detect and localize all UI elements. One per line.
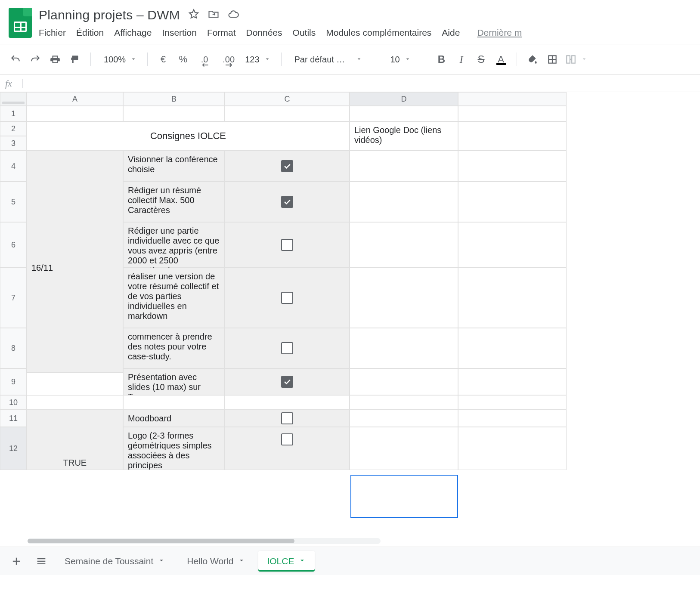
- menu-fichier[interactable]: Fichier: [39, 28, 66, 38]
- print-button[interactable]: [46, 51, 64, 68]
- currency-button[interactable]: €: [155, 51, 172, 68]
- cell-a10[interactable]: [27, 395, 123, 410]
- cell-consignes-title[interactable]: Consignes IOLCE: [27, 121, 350, 151]
- borders-button[interactable]: [544, 51, 561, 68]
- font-size-select[interactable]: 10: [380, 51, 419, 68]
- redo-button[interactable]: [27, 51, 44, 68]
- cell-d10[interactable]: [350, 395, 458, 410]
- cell-e5[interactable]: [458, 182, 567, 222]
- cell-d11[interactable]: [350, 410, 458, 427]
- cell-e9[interactable]: [458, 368, 567, 395]
- select-all-corner[interactable]: [0, 92, 27, 106]
- menu-modules[interactable]: Modules complémentaires: [326, 28, 431, 38]
- cell-c11[interactable]: [225, 410, 350, 427]
- add-sheet-button[interactable]: [6, 551, 27, 572]
- checkbox-row11[interactable]: [281, 412, 293, 424]
- cell-e2[interactable]: [458, 121, 567, 151]
- cell-a1[interactable]: [27, 106, 123, 121]
- row-head-12[interactable]: 12: [0, 427, 27, 470]
- cell-e4[interactable]: [458, 151, 567, 182]
- cell-d-header[interactable]: Lien Google Doc (liens vidéos): [350, 121, 458, 151]
- col-head-a[interactable]: A: [27, 92, 123, 106]
- row-head-10[interactable]: 10: [0, 395, 27, 410]
- cell-a-block2[interactable]: TRUE: [27, 410, 123, 470]
- undo-button[interactable]: [7, 51, 24, 68]
- cell-c6[interactable]: [225, 222, 350, 268]
- row-head-7[interactable]: 7: [0, 268, 27, 328]
- checkbox-row4[interactable]: [281, 160, 293, 172]
- cell-e8[interactable]: [458, 328, 567, 368]
- decrease-decimals-button[interactable]: .0: [194, 51, 215, 68]
- menu-affichage[interactable]: Affichage: [114, 28, 152, 38]
- cell-c5[interactable]: [225, 182, 350, 222]
- cell-d6[interactable]: [350, 222, 458, 268]
- star-icon[interactable]: [188, 8, 200, 22]
- cell-e12[interactable]: [458, 427, 567, 470]
- cell-d4[interactable]: [350, 151, 458, 182]
- cell-e7[interactable]: [458, 268, 567, 328]
- cloud-status-icon[interactable]: [227, 8, 239, 22]
- cell-d7[interactable]: [350, 268, 458, 328]
- cell-d9[interactable]: [350, 368, 458, 395]
- menu-outils[interactable]: Outils: [293, 28, 316, 38]
- checkbox-row7[interactable]: [281, 292, 293, 304]
- doc-title[interactable]: Planning projets – DWM: [39, 8, 180, 22]
- cell-b1[interactable]: [123, 106, 225, 121]
- row-head-8[interactable]: 8: [0, 328, 27, 368]
- menu-edition[interactable]: Édition: [76, 28, 104, 38]
- tab-iolce[interactable]: IOLCE: [258, 551, 315, 572]
- cell-d12[interactable]: [350, 427, 458, 470]
- cell-b9[interactable]: Présentation avec slides (10 max) sur Te…: [123, 368, 225, 395]
- cell-c1[interactable]: [225, 106, 350, 121]
- menu-aide[interactable]: Aide: [442, 28, 460, 38]
- grid-area[interactable]: A B C D 1 2 Consignes IOLCE Lien Google …: [0, 92, 700, 547]
- italic-button[interactable]: I: [453, 51, 470, 68]
- row-head-6[interactable]: 6: [0, 222, 27, 268]
- cell-b5[interactable]: Rédiger un résumé collectif Max. 500 Car…: [123, 182, 225, 222]
- percent-button[interactable]: %: [174, 51, 192, 68]
- cell-e10[interactable]: [458, 395, 567, 410]
- menu-insertion[interactable]: Insertion: [162, 28, 197, 38]
- checkbox-row6[interactable]: [281, 239, 293, 251]
- col-head-c[interactable]: C: [225, 92, 350, 106]
- row-head-1[interactable]: 1: [0, 106, 27, 121]
- text-color-button[interactable]: A: [492, 51, 510, 68]
- cell-a-date-block[interactable]: 16/11: [27, 151, 123, 373]
- merge-cells-button[interactable]: [564, 51, 589, 68]
- cell-b12[interactable]: Logo (2-3 formes géométriques simples as…: [123, 427, 225, 470]
- checkbox-row9[interactable]: [281, 376, 293, 388]
- cell-c7[interactable]: [225, 268, 350, 328]
- scrollbar-thumb[interactable]: [28, 539, 294, 543]
- tab-hello-world[interactable]: Hello World: [178, 551, 254, 572]
- cell-e6[interactable]: [458, 222, 567, 268]
- strikethrough-button[interactable]: S: [473, 51, 490, 68]
- menu-donnees[interactable]: Données: [246, 28, 282, 38]
- cell-b10[interactable]: [123, 395, 225, 410]
- row-head-5[interactable]: 5: [0, 182, 27, 222]
- last-edit-link[interactable]: Dernière m: [477, 28, 522, 38]
- checkbox-row8[interactable]: [281, 342, 293, 354]
- cell-e1[interactable]: [458, 106, 567, 121]
- number-format-select[interactable]: 123: [242, 51, 274, 68]
- cell-e11[interactable]: [458, 410, 567, 427]
- cell-c8[interactable]: [225, 328, 350, 368]
- menu-format[interactable]: Format: [207, 28, 236, 38]
- sheets-logo-icon[interactable]: [9, 8, 32, 38]
- col-head-b[interactable]: B: [123, 92, 225, 106]
- formula-input[interactable]: [28, 78, 695, 88]
- cell-d5[interactable]: [350, 182, 458, 222]
- cell-c10[interactable]: [225, 395, 350, 410]
- tab-semaine-toussaint[interactable]: Semaine de Toussaint: [56, 551, 174, 572]
- increase-decimals-button[interactable]: .00: [217, 51, 240, 68]
- paint-format-button[interactable]: [66, 51, 84, 68]
- cell-b11[interactable]: Moodboard: [123, 410, 225, 427]
- row-head-11[interactable]: 11: [0, 410, 27, 427]
- cell-d1[interactable]: [350, 106, 458, 121]
- horizontal-scrollbar[interactable]: [28, 538, 381, 544]
- col-head-e[interactable]: [458, 92, 567, 106]
- cell-c12[interactable]: [225, 427, 350, 470]
- row-head-2[interactable]: 2: [0, 121, 27, 136]
- cell-b8[interactable]: commencer à prendre des notes pour votre…: [123, 328, 225, 368]
- cell-c9[interactable]: [225, 368, 350, 395]
- cell-d8[interactable]: [350, 328, 458, 368]
